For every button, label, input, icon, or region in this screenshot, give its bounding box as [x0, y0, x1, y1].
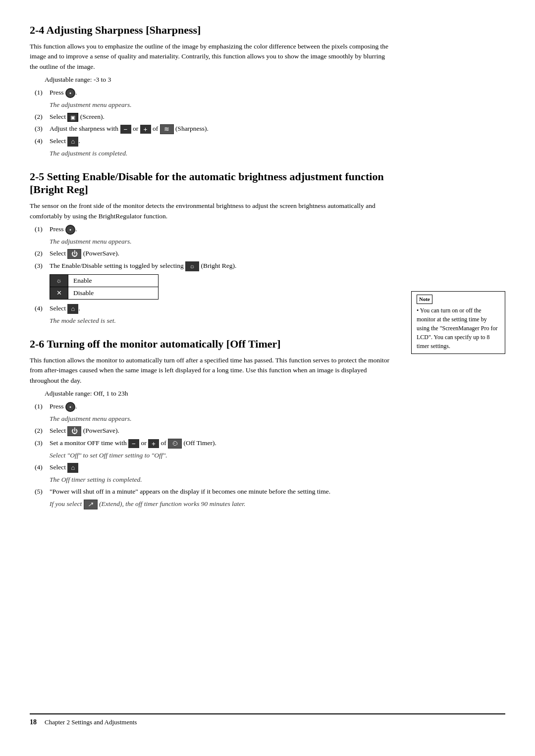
bright-reg-icon-s25: [185, 261, 199, 271]
section24-heading: 2-4 Adjusting Sharpness [Sharpness]: [30, 24, 391, 37]
section26-step4-content: Select: [50, 462, 391, 473]
minus-icon-s26: [128, 439, 139, 448]
section26-step1: (1) Press .: [35, 402, 391, 412]
section24-step3: (3) Adjust the sharpness with or of (Sha…: [35, 124, 391, 134]
section25-step4: (4) Select .: [35, 303, 391, 314]
enable-disable-table: Enable Disable: [50, 274, 159, 300]
section26-steps: (1) Press . The adjustment menu appears.…: [35, 402, 391, 509]
power-icon-s26: [67, 426, 81, 436]
section26-step3-label: (Off Timer).: [183, 439, 216, 447]
left-column: 2-4 Adjusting Sharpness [Sharpness] This…: [30, 24, 406, 702]
section25-heading: 2-5 Setting Enable/Disable for the autom…: [30, 170, 391, 196]
section24-step2-label: (Screen).: [80, 113, 105, 120]
section24-step1-text: Press: [50, 89, 64, 96]
section24-step1: (1) Press .: [35, 88, 391, 98]
section24-step2: (2) Select (Screen).: [35, 112, 391, 122]
footer-chapter: Chapter 2 Settings and Adjustments: [45, 718, 137, 726]
section24-step2-content: Select (Screen).: [50, 112, 391, 122]
note-text: • You can turn on or off the monitor at …: [417, 306, 500, 351]
section26-step2-content: Select (PowerSave).: [50, 426, 391, 436]
section26-range: Adjustable range: Off, 1 to 23h: [45, 389, 391, 399]
main-content: 2-4 Adjusting Sharpness [Sharpness] This…: [30, 24, 505, 702]
section26-step5: (5) "Power will shut off in a minute" ap…: [35, 487, 391, 497]
section24-step1-num: (1): [35, 88, 50, 98]
section25-step4-text: Select: [50, 304, 66, 312]
select-icon-s24: [67, 137, 78, 147]
section24-step3-num: (3): [35, 124, 50, 134]
section26-step5-sub: If you select (Extend), the off timer fu…: [50, 499, 391, 509]
section26-step3-num: (3): [35, 438, 50, 448]
section24-step3-or: or: [133, 125, 138, 132]
enable-label: Enable: [68, 274, 159, 287]
section26-step3-text: Set a monitor OFF time with: [50, 439, 127, 447]
section26-step4-num: (4): [35, 462, 50, 472]
section25-step2-content: Select (PowerSave).: [50, 249, 391, 259]
section26-step1-text: Press: [50, 403, 64, 410]
section26-step4-note: The Off timer setting is completed.: [50, 475, 391, 485]
section25-step1-text: Press: [50, 225, 64, 233]
section26-step4: (4) Select: [35, 462, 391, 473]
section24-step4-content: Select .: [50, 136, 391, 147]
section24-intro: This function allows you to emphasize th…: [30, 42, 391, 72]
minus-icon-s24: [120, 125, 131, 134]
section25-step1-num: (1): [35, 224, 50, 234]
note-label: Note: [417, 295, 432, 304]
section26-step2: (2) Select (PowerSave).: [35, 426, 391, 436]
note-box: Note • You can turn on or off the monito…: [411, 291, 505, 354]
section24-step2-num: (2): [35, 112, 50, 122]
section26-step1-content: Press .: [50, 402, 391, 412]
section24-step3-content: Adjust the sharpness with or of (Sharpne…: [50, 124, 391, 134]
section26-step5-content: "Power will shut off in a minute" appear…: [50, 487, 391, 497]
section25-step3: (3) The Enable/Disable setting is toggle…: [35, 261, 391, 271]
section24-step2-text: Select: [50, 113, 66, 120]
select-icon-s25: [67, 304, 78, 314]
section25-step2: (2) Select (PowerSave).: [35, 249, 391, 259]
enable-icon-cell: [50, 274, 68, 287]
section24-step3-label: (Sharpness).: [175, 125, 209, 132]
section25-intro: The sensor on the front side of the moni…: [30, 201, 391, 221]
section25-step4-content: Select .: [50, 303, 391, 314]
screen-icon-s24: [67, 113, 78, 122]
section24-step4-text: Select: [50, 137, 66, 145]
section24-step4: (4) Select .: [35, 136, 391, 147]
section26-step4-text: Select: [50, 463, 66, 471]
section25-step3-content: The Enable/Disable setting is toggled by…: [50, 261, 391, 271]
section26-step5-sub-label: (Extend), the off timer function works 9…: [99, 500, 245, 507]
section26-step3-or: or: [141, 439, 146, 447]
enable-icon: [52, 276, 66, 286]
section25-step2-text: Select: [50, 250, 66, 257]
section25-step4-note: The mode selected is set.: [50, 316, 391, 326]
section25-step1-content: Press .: [50, 224, 391, 235]
right-column: Note • You can turn on or off the monito…: [406, 24, 505, 702]
table-row-enable: Enable: [50, 274, 159, 287]
section26-heading: 2-6 Turning off the monitor automaticall…: [30, 338, 391, 351]
section26-step3-sub: Select "Off" to set Off timer setting to…: [50, 451, 391, 460]
section26-intro: This function allows the monitor to auto…: [30, 355, 391, 386]
menu-icon-s24s1: [65, 88, 75, 98]
section26-step2-text: Select: [50, 427, 66, 434]
off-timer-icon-s26: [168, 439, 182, 449]
section25-step1: (1) Press .: [35, 224, 391, 235]
disable-icon: [52, 288, 66, 298]
section25-step3-num: (3): [35, 261, 50, 271]
section26-step3: (3) Set a monitor OFF time with or of (O…: [35, 438, 391, 449]
section26-step1-num: (1): [35, 402, 50, 411]
power-icon-s25: [67, 249, 81, 259]
footer: 18 Chapter 2 Settings and Adjustments: [30, 713, 505, 726]
table-row-disable: Disable: [50, 287, 159, 299]
section24-step1-note: The adjustment menu appears.: [50, 100, 391, 110]
section25-step3-label: (Bright Reg).: [201, 262, 236, 269]
page: 2-4 Adjusting Sharpness [Sharpness] This…: [0, 0, 535, 756]
section25-step1-note: The adjustment menu appears.: [50, 237, 391, 247]
section24-step3-of: of: [153, 125, 158, 132]
section25-steps: (1) Press . The adjustment menu appears.…: [35, 224, 391, 326]
disable-icon-cell: [50, 287, 68, 299]
section25-step4-num: (4): [35, 303, 50, 313]
select-icon-s26: [67, 463, 78, 473]
sharpness-icon-s24: [160, 124, 174, 134]
extend-icon-s26: [84, 500, 98, 509]
section24-step1-content: Press .: [50, 88, 391, 98]
section25-step2-label: (PowerSave).: [83, 250, 119, 257]
section26-step2-num: (2): [35, 426, 50, 436]
section25-step3-text: The Enable/Disable setting is toggled by…: [50, 262, 184, 269]
